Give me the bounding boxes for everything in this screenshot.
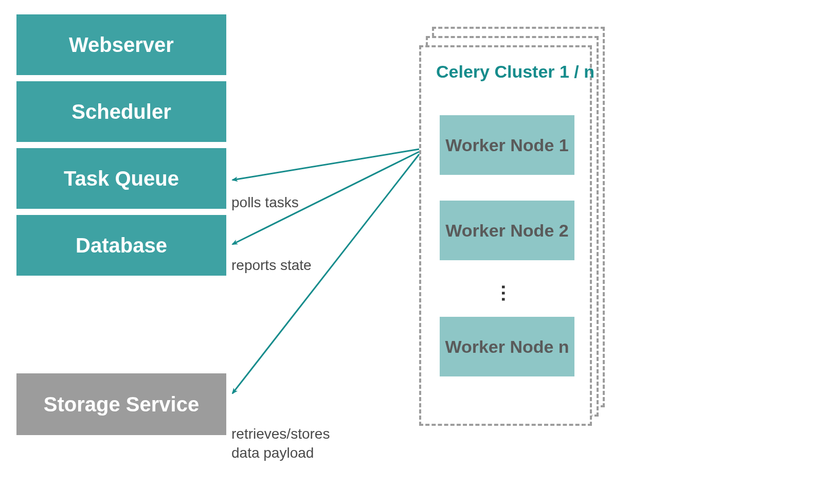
retrieve-annotation: retrieves/stores data payload <box>231 406 330 462</box>
worker-node-2: Worker Node 2 <box>440 201 574 260</box>
database-box: Database <box>16 215 226 276</box>
worker-n-label: Worker Node n <box>445 337 569 357</box>
reports-text: reports state <box>231 257 312 273</box>
storage-label: Storage Service <box>44 393 199 416</box>
storage-box: Storage Service <box>16 373 226 435</box>
worker-ellipsis: ... <box>497 284 519 303</box>
scheduler-label: Scheduler <box>71 100 171 123</box>
task-queue-label: Task Queue <box>64 167 179 190</box>
ellipsis-text: ... <box>498 284 519 303</box>
retrieve-text: retrieves/stores data payload <box>231 426 330 460</box>
task-queue-box: Task Queue <box>16 148 226 209</box>
worker-node-n: Worker Node n <box>440 317 574 376</box>
polls-text: polls tasks <box>231 194 299 210</box>
reports-annotation: reports state <box>231 256 312 275</box>
cluster-title: Celery Cluster 1 / n <box>436 62 594 82</box>
webserver-box: Webserver <box>16 14 226 75</box>
cluster-title-text: Celery Cluster 1 / n <box>436 62 594 81</box>
worker-node-1: Worker Node 1 <box>440 115 574 175</box>
scheduler-box: Scheduler <box>16 81 226 142</box>
polls-annotation: polls tasks <box>231 193 299 212</box>
svg-line-0 <box>232 149 419 180</box>
database-label: Database <box>76 234 167 257</box>
webserver-label: Webserver <box>69 33 174 57</box>
worker-1-label: Worker Node 1 <box>445 135 568 155</box>
worker-2-label: Worker Node 2 <box>445 221 568 241</box>
